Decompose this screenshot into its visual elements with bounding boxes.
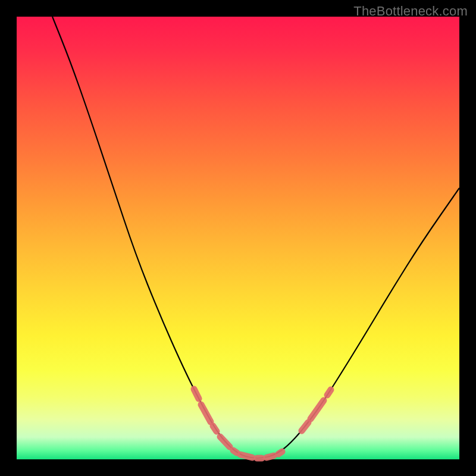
- highlight-segment: [233, 450, 237, 453]
- highlight-segment: [327, 390, 331, 395]
- highlight-segment: [302, 422, 308, 431]
- highlight-segment: [311, 400, 324, 419]
- highlight-segment: [194, 389, 199, 399]
- highlight-segment: [201, 405, 211, 422]
- highlight-segment: [267, 456, 274, 458]
- highlight-segment: [278, 452, 282, 454]
- highlight-segment: [213, 426, 217, 431]
- highlight-segment: [240, 455, 252, 458]
- chart-plot-area: [17, 17, 459, 459]
- bottleneck-curve-svg: [17, 17, 459, 459]
- bottleneck-curve: [52, 17, 459, 458]
- watermark-text: TheBottleneck.com: [353, 4, 468, 19]
- highlight-segments: [194, 389, 331, 458]
- highlight-segment: [220, 437, 230, 447]
